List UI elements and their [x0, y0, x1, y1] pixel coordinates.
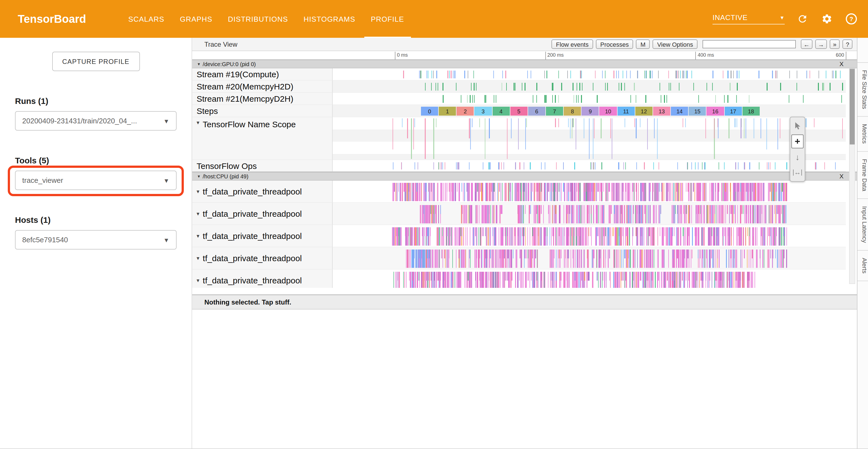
track-timeline[interactable] — [333, 160, 846, 172]
scrollbar-thumb[interactable] — [850, 69, 855, 145]
track-timeline[interactable] — [333, 270, 846, 288]
collapse-arrow-icon[interactable]: ▾ — [196, 188, 199, 194]
track-label[interactable]: ▾tf_data_private_threadpool — [192, 247, 333, 270]
section-close-button[interactable]: X — [839, 173, 843, 179]
toolbar-nav-button-[interactable]: → — [815, 39, 827, 49]
step-block[interactable]: 2 — [457, 107, 474, 116]
hosts-select-wrap: 8efc5e791540 ▼ — [15, 230, 177, 249]
toolbar-button-processes[interactable]: Processes — [596, 39, 633, 49]
toolbar-button-view-options[interactable]: View Options — [653, 39, 698, 49]
trace-toolbar-buttons: Flow eventsProcessesMView Options — [552, 39, 698, 49]
hosts-select[interactable]: 8efc5e791540 ▼ — [15, 230, 177, 249]
side-tab-file-size-stats[interactable]: File Size Stats — [858, 62, 868, 117]
timing-select-icon[interactable]: ↔ — [792, 165, 804, 179]
track-timeline[interactable] — [333, 68, 846, 81]
section-title: /device:GPU:0 (pid 0) — [203, 61, 256, 67]
step-block[interactable]: 3 — [474, 107, 492, 116]
toolbar-nav-button-[interactable]: ← — [801, 39, 812, 49]
step-block[interactable]: 18 — [742, 107, 760, 116]
step-block[interactable]: 13 — [653, 107, 670, 116]
track-label[interactable]: TensorFlow Ops — [192, 160, 333, 172]
step-block[interactable]: 6 — [528, 107, 545, 116]
side-tab-input-latency[interactable]: Input Latency — [858, 199, 868, 250]
process-section-header[interactable]: ▾/device:GPU:0 (pid 0)X — [192, 59, 857, 68]
trace-toolbar: Trace View Flow eventsProcessesMView Opt… — [192, 38, 857, 51]
select-cursor-icon[interactable] — [792, 119, 804, 133]
collapse-arrow-icon[interactable]: ▾ — [196, 255, 199, 261]
step-block[interactable]: 16 — [707, 107, 724, 116]
tools-select[interactable]: trace_viewer ▼ — [15, 171, 177, 190]
toolbar-nav-button-[interactable]: » — [830, 39, 840, 49]
tab-graphs[interactable]: GRAPHS — [172, 0, 220, 38]
track-label[interactable]: ▾tf_data_private_threadpool — [192, 181, 333, 203]
track-label[interactable]: Steps — [192, 105, 333, 117]
collapse-arrow-icon[interactable]: ▾ — [196, 233, 199, 239]
help-icon[interactable]: ? — [845, 12, 858, 26]
tab-profile[interactable]: PROFILE — [363, 0, 412, 38]
side-tab-alerts[interactable]: Alerts — [858, 250, 868, 281]
trace-marks-canvas — [333, 68, 846, 81]
track-label[interactable]: Stream #21(MemcpyD2H) — [192, 93, 333, 105]
track-label[interactable]: Stream #19(Compute) — [192, 68, 333, 81]
track-timeline[interactable]: 0123456789101112131415161718 — [333, 105, 846, 117]
track-timeline[interactable] — [333, 93, 846, 105]
toolbar-button-flow-events[interactable]: Flow events — [552, 39, 593, 49]
toolbar-button-m[interactable]: M — [636, 39, 650, 49]
track-timeline[interactable] — [333, 247, 846, 270]
collapse-arrow-icon[interactable]: ▾ — [198, 174, 200, 179]
runs-select[interactable]: 20200409-231431/train/2020_04_... ▼ — [15, 111, 177, 130]
collapse-arrow-icon[interactable]: ▾ — [198, 61, 200, 66]
trace-marks-canvas — [333, 247, 846, 270]
runs-select-value: 20200409-231431/train/2020_04_... — [22, 117, 137, 125]
step-block[interactable]: 1 — [439, 107, 456, 116]
track-timeline[interactable] — [333, 81, 846, 93]
status-dropdown[interactable]: INACTIVE ▼ — [713, 13, 785, 25]
step-block[interactable]: 5 — [510, 107, 527, 116]
settings-gear-icon[interactable] — [820, 12, 834, 26]
track-timeline[interactable] — [333, 117, 846, 160]
track-label[interactable]: ▾tf_data_private_threadpool — [192, 225, 333, 247]
step-block[interactable]: 7 — [546, 107, 563, 116]
toolbar-nav-button-[interactable]: ? — [842, 39, 852, 49]
track-row: ▾tf_data_private_threadpool — [192, 247, 857, 270]
ruler-tick-label: 200 ms — [547, 52, 564, 58]
pan-down-arrow-icon[interactable]: ↓ — [792, 149, 804, 164]
step-block[interactable]: 17 — [724, 107, 742, 116]
section-close-button[interactable]: X — [839, 61, 843, 67]
step-block[interactable]: 4 — [492, 107, 509, 116]
side-tab-frame-data[interactable]: Frame Data — [858, 152, 868, 199]
step-block[interactable]: 11 — [617, 107, 634, 116]
tab-distributions[interactable]: DISTRIBUTIONS — [220, 0, 296, 38]
tab-histograms[interactable]: HISTOGRAMS — [296, 0, 363, 38]
zoom-plus-icon[interactable]: + — [792, 134, 804, 148]
track-label[interactable]: ▾tf_data_private_threadpool — [192, 270, 333, 288]
vertical-scrollbar[interactable] — [849, 68, 855, 284]
details-pane — [192, 309, 857, 448]
track-label[interactable]: ▾tf_data_private_threadpool — [192, 203, 333, 225]
refresh-icon[interactable] — [796, 12, 809, 26]
collapse-arrow-icon[interactable]: ▾ — [196, 119, 199, 126]
track-timeline[interactable] — [333, 225, 846, 247]
app-header: TensorBoard SCALARSGRAPHSDISTRIBUTIONSHI… — [0, 0, 868, 38]
track-row: ▾tf_data_private_threadpool — [192, 181, 857, 203]
trace-search-input[interactable] — [703, 40, 796, 48]
process-section-header[interactable]: ▾/host:CPU (pid 49)X — [192, 172, 857, 181]
track-row: TensorFlow Ops — [192, 160, 857, 172]
track-label[interactable]: ▾TensorFlow Name Scope — [192, 117, 333, 160]
collapse-arrow-icon[interactable]: ▾ — [196, 277, 199, 283]
capture-profile-button[interactable]: CAPTURE PROFILE — [52, 52, 140, 71]
track-timeline[interactable] — [333, 203, 846, 225]
tab-scalars[interactable]: SCALARS — [121, 0, 172, 38]
track-label[interactable]: Stream #20(MemcpyH2D) — [192, 81, 333, 93]
step-block[interactable]: 12 — [635, 107, 653, 116]
step-block[interactable]: 15 — [689, 107, 706, 116]
step-block[interactable]: 8 — [564, 107, 581, 116]
step-block[interactable]: 9 — [582, 107, 599, 116]
step-block[interactable]: 10 — [599, 107, 617, 116]
runs-label: Runs (1) — [15, 96, 177, 106]
step-block[interactable]: 0 — [421, 107, 438, 116]
track-timeline[interactable] — [333, 181, 846, 203]
step-block[interactable]: 14 — [671, 107, 688, 116]
side-tab-metrics[interactable]: Metrics — [858, 117, 868, 152]
collapse-arrow-icon[interactable]: ▾ — [196, 211, 199, 217]
